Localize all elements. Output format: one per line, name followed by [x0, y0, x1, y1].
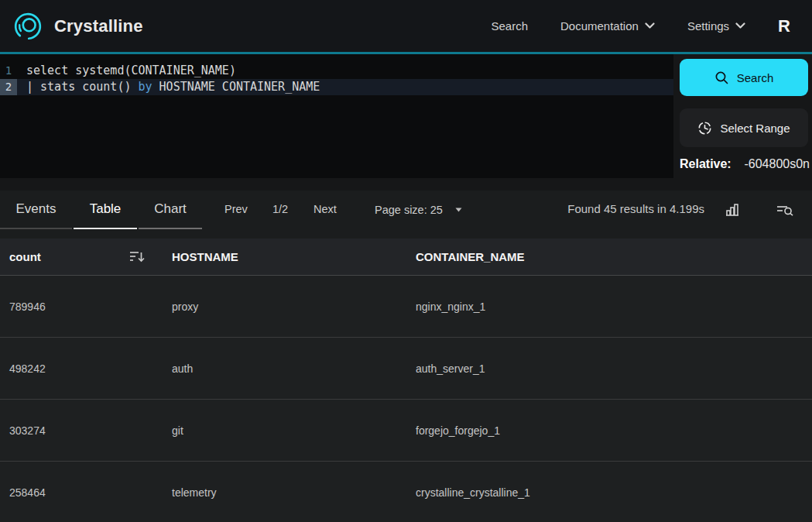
nav-search-link[interactable]: Search	[491, 19, 528, 33]
app-window: Crystalline Search Documentation Setting…	[0, 0, 812, 522]
line-number: 2	[0, 79, 17, 95]
navbar-links: Search Documentation Settings R	[491, 16, 812, 36]
page-indicator: 1/2	[272, 191, 288, 229]
cell-container-name: crystalline_crystalline_1	[416, 462, 530, 522]
clock-icon	[697, 121, 712, 136]
column-header-container-name[interactable]: CONTAINER_NAME	[416, 239, 525, 276]
top-navbar: Crystalline Search Documentation Setting…	[0, 0, 812, 54]
relative-label: Relative:	[680, 157, 731, 171]
search-button[interactable]: Search	[680, 59, 808, 96]
editor-line-1: 1 select systemd(CONTAINER_NAME)	[0, 63, 673, 79]
cell-count: 303274	[9, 400, 46, 462]
query-editor[interactable]: 1 select systemd(CONTAINER_NAME) 2 | sta…	[0, 54, 673, 178]
brand[interactable]: Crystalline	[0, 11, 143, 42]
table-row[interactable]: 303274 git forgejo_forgejo_1	[0, 400, 812, 462]
search-icon	[714, 70, 729, 85]
cell-container-name: forgejo_forgejo_1	[416, 400, 500, 462]
bar-chart-icon[interactable]	[723, 201, 742, 219]
relative-value: -604800s0n	[744, 157, 810, 171]
view-tabs: Events Table Chart	[0, 191, 202, 229]
crystalline-logo-icon	[12, 11, 43, 42]
table-row[interactable]: 258464 telemetry crystalline_crystalline…	[0, 462, 812, 522]
keyword-by: by	[139, 80, 152, 94]
next-page-button[interactable]: Next	[313, 191, 337, 229]
cell-container-name: auth_server_1	[416, 338, 485, 400]
caret-down-icon	[455, 208, 462, 212]
column-header-hostname[interactable]: HOSTNAME	[172, 239, 238, 276]
query-text-line-2: | stats count() by HOSTNAME CONTAINER_NA…	[17, 79, 320, 95]
list-search-icon[interactable]	[776, 201, 794, 219]
results-summary: Found 45 results in 4.199s	[567, 191, 704, 229]
cell-count: 498242	[9, 338, 46, 400]
tab-events[interactable]: Events	[0, 191, 72, 229]
cell-count: 258464	[9, 462, 46, 522]
tab-chart[interactable]: Chart	[139, 191, 202, 229]
table-row[interactable]: 789946 proxy nginx_nginx_1	[0, 276, 812, 338]
line-number: 1	[0, 63, 17, 79]
prev-page-button[interactable]: Prev	[224, 191, 248, 229]
tab-table[interactable]: Table	[74, 191, 137, 229]
nav-settings-menu[interactable]: Settings	[687, 19, 745, 33]
cell-count: 789946	[9, 276, 46, 338]
nav-documentation-menu[interactable]: Documentation	[560, 19, 655, 33]
cell-hostname: telemetry	[172, 462, 217, 522]
user-avatar-initial[interactable]: R	[778, 16, 790, 36]
chevron-down-icon	[645, 22, 655, 29]
cell-hostname: git	[172, 400, 183, 462]
cell-hostname: proxy	[172, 276, 198, 338]
select-range-button[interactable]: Select Range	[680, 108, 808, 147]
editor-line-2: 2 | stats count() by HOSTNAME CONTAINER_…	[0, 79, 673, 95]
sort-descending-icon[interactable]	[128, 249, 146, 265]
column-header-count[interactable]: count	[9, 239, 41, 276]
cell-hostname: auth	[172, 338, 193, 400]
chevron-down-icon	[735, 22, 745, 29]
results-toolbar: Events Table Chart Prev 1/2 Next Page si…	[0, 191, 812, 229]
relative-time-row: Relative: -604800s0n	[680, 157, 810, 171]
query-section: 1 select systemd(CONTAINER_NAME) 2 | sta…	[0, 54, 812, 191]
results-table: count HOSTNAME CONTAINER_NAME 789946 pro…	[0, 239, 812, 522]
app-title: Crystalline	[54, 16, 143, 36]
page-size-dropdown[interactable]: Page size: 25	[375, 191, 462, 229]
cell-container-name: nginx_nginx_1	[416, 276, 485, 338]
table-header: count HOSTNAME CONTAINER_NAME	[0, 239, 812, 276]
query-text-line-1: select systemd(CONTAINER_NAME)	[17, 63, 236, 79]
table-row[interactable]: 498242 auth auth_server_1	[0, 338, 812, 400]
